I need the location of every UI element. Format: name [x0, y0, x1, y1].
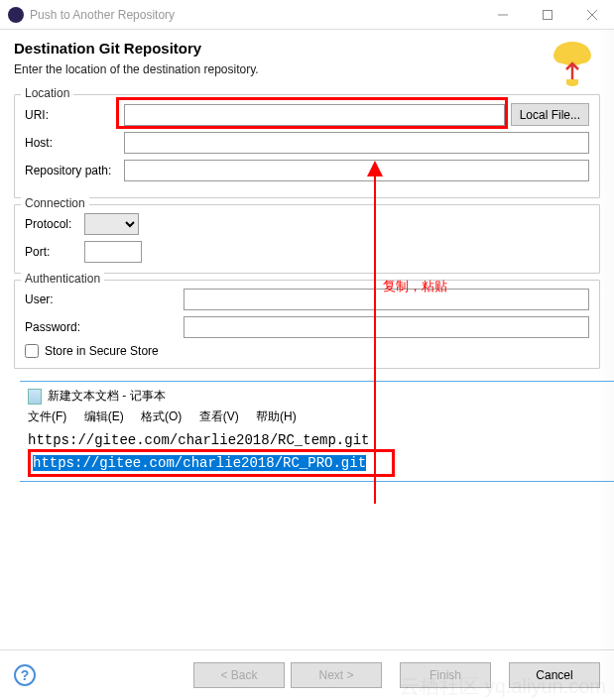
- maximize-button[interactable]: [525, 0, 569, 30]
- notepad-menu-view[interactable]: 查看(V): [199, 409, 239, 423]
- local-file-button[interactable]: Local File...: [511, 103, 589, 126]
- repository-path-input[interactable]: [124, 160, 589, 181]
- notepad-menu-format[interactable]: 格式(O): [141, 409, 182, 423]
- minimize-button[interactable]: [480, 0, 525, 30]
- page-description: Enter the location of the destination re…: [14, 62, 594, 76]
- notepad-icon: [28, 389, 42, 405]
- authentication-legend: Authentication: [21, 272, 104, 286]
- close-button[interactable]: [569, 0, 614, 30]
- location-legend: Location: [21, 86, 73, 100]
- window-title: Push to Another Repository: [30, 8, 480, 22]
- push-icon: [551, 38, 594, 90]
- user-label: User:: [25, 292, 84, 306]
- window-titlebar: Push to Another Repository: [0, 0, 614, 30]
- notepad-window: 新建文本文档 - 记事本 文件(F) 编辑(E) 格式(O) 查看(V) 帮助(…: [20, 381, 614, 482]
- password-label: Password:: [25, 320, 84, 334]
- finish-button[interactable]: Finish: [400, 662, 491, 688]
- connection-group: Connection Protocol: Port:: [14, 204, 600, 274]
- notepad-title-text: 新建文本文档 - 记事本: [48, 388, 166, 405]
- protocol-select[interactable]: [84, 213, 139, 235]
- location-group: Location URI: Local File... Host: Reposi…: [14, 94, 600, 198]
- wizard-body: Location URI: Local File... Host: Reposi…: [0, 90, 614, 486]
- cancel-button[interactable]: Cancel: [509, 662, 600, 688]
- notepad-menu-file[interactable]: 文件(F): [28, 409, 66, 423]
- uri-label: URI:: [25, 108, 124, 122]
- authentication-group: Authentication User: Password: Store in …: [14, 280, 600, 369]
- app-icon: [8, 7, 24, 23]
- annotation-text: 复制，粘贴: [383, 278, 447, 295]
- notepad-menubar: 文件(F) 编辑(E) 格式(O) 查看(V) 帮助(H): [20, 408, 614, 431]
- store-secure-checkbox[interactable]: [25, 344, 39, 358]
- notepad-menu-help[interactable]: 帮助(H): [256, 409, 297, 423]
- svg-rect-8: [566, 79, 578, 84]
- host-input[interactable]: [124, 132, 589, 154]
- password-input[interactable]: [184, 316, 589, 338]
- page-title: Destination Git Repository: [14, 40, 594, 57]
- svg-point-6: [573, 48, 591, 63]
- connection-legend: Connection: [21, 196, 89, 210]
- notepad-line-2-selected: https://gitee.com/charlie2018/RC_PRO.git: [33, 455, 366, 471]
- notepad-textarea[interactable]: https://gitee.com/charlie2018/RC_temp.gi…: [20, 431, 614, 477]
- svg-point-5: [553, 48, 571, 63]
- host-label: Host:: [25, 136, 124, 150]
- help-icon[interactable]: ?: [14, 664, 36, 686]
- wizard-header: Destination Git Repository Enter the loc…: [0, 30, 614, 90]
- wizard-footer: ? < Back Next > Finish Cancel: [0, 649, 614, 700]
- svg-rect-1: [543, 10, 552, 19]
- annotation-box-selection: https://gitee.com/charlie2018/RC_PRO.git: [28, 449, 395, 477]
- repo-path-label: Repository path:: [25, 164, 124, 177]
- next-button[interactable]: Next >: [291, 662, 382, 688]
- protocol-label: Protocol:: [25, 217, 84, 231]
- notepad-menu-edit[interactable]: 编辑(E): [84, 409, 124, 423]
- uri-input[interactable]: [124, 104, 505, 126]
- port-input[interactable]: [84, 241, 142, 263]
- store-secure-label: Store in Secure Store: [45, 344, 159, 358]
- back-button[interactable]: < Back: [193, 662, 285, 688]
- notepad-titlebar: 新建文本文档 - 记事本: [20, 382, 614, 408]
- notepad-line-1: https://gitee.com/charlie2018/RC_temp.gi…: [28, 431, 608, 449]
- port-label: Port:: [25, 245, 84, 259]
